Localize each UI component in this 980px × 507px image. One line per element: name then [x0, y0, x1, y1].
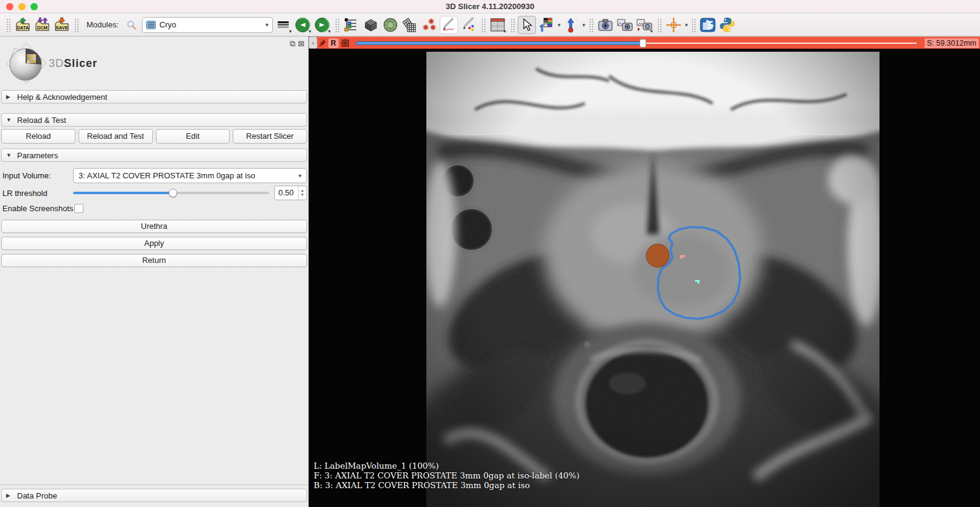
volumes-module-button[interactable] — [362, 16, 380, 34]
slice-slider-rest — [643, 43, 916, 44]
pin-icon[interactable] — [319, 39, 326, 47]
toolbar-drag-handle — [691, 18, 696, 32]
lr-threshold-spinbox[interactable]: 0.50 ▲ ▼ — [274, 186, 307, 200]
slice-menu-icon[interactable] — [340, 38, 350, 48]
svg-text:SAVE: SAVE — [55, 25, 68, 30]
load-data-icon: DATA — [15, 16, 31, 33]
apply-button[interactable]: Apply — [1, 237, 307, 250]
restart-slicer-button[interactable]: Restart Slicer — [233, 129, 307, 144]
data-module-button[interactable] — [342, 16, 361, 34]
section-help-acknowledgement[interactable]: ▶ Help & Acknowledgement — [1, 90, 307, 103]
slicer-logo-row: 3DSlicer — [0, 37, 308, 90]
slider-fill — [73, 192, 173, 194]
scene-view-restore-button[interactable]: ▾ — [635, 16, 654, 34]
chevron-down-icon: ▾ — [309, 29, 311, 34]
section-parameters[interactable]: ▼ Parameters — [1, 149, 307, 162]
return-button[interactable]: Return — [1, 254, 307, 267]
place-point-button[interactable] — [562, 16, 580, 34]
close-panel-icon[interactable]: ⊠ — [298, 39, 305, 49]
slice-controller-collapse-button[interactable]: ‹ — [309, 37, 317, 49]
enable-screenshots-row: Enable Screenshots — [1, 204, 307, 213]
slice-slider-fill — [356, 41, 643, 45]
reload-button[interactable]: Reload — [1, 129, 76, 144]
slice-canvas[interactable]: L: LabelMapVolume_1 (100%) F: 3: AXIAL T… — [309, 49, 980, 507]
spin-up-icon[interactable]: ▲ — [301, 189, 305, 193]
load-data-button[interactable]: DATA — [13, 16, 32, 34]
module-forward-button[interactable]: ▾ — [313, 16, 331, 34]
crosshair-icon — [665, 16, 682, 33]
extensions-manager-button[interactable] — [699, 16, 717, 34]
mri-image — [426, 52, 880, 507]
window-title: 3D Slicer 4.11.20200930 — [0, 2, 980, 11]
expanded-arrow-icon: ▼ — [6, 117, 12, 123]
layout-selector-button[interactable]: ▾ — [488, 16, 507, 34]
input-volume-label: Input Volume: — [1, 171, 73, 180]
input-volume-combobox[interactable]: 3: AXIAL T2 COVER PROSTATE 3mm 0gap at i… — [73, 168, 307, 183]
toolbar-drag-handle — [5, 18, 10, 32]
section-reload-test[interactable]: ▼ Reload & Test — [1, 113, 307, 127]
data-probe-container: ▶ Data Probe — [0, 484, 308, 507]
annotation-ruler-icon — [460, 17, 476, 32]
window-level-adjust-button[interactable] — [537, 16, 555, 34]
main-area: ⧉ ⊠ — [0, 37, 980, 507]
chevron-down-icon[interactable]: ▾ — [582, 22, 585, 28]
save-icon: SAVE — [54, 16, 70, 33]
orientation-badge[interactable]: R — [328, 38, 339, 48]
module-icon — [146, 21, 156, 29]
markups-module-button[interactable] — [420, 16, 439, 34]
enable-screenshots-checkbox[interactable] — [74, 204, 83, 213]
toolbar-drag-handle — [334, 18, 339, 32]
mouse-interaction-button[interactable] — [518, 16, 536, 34]
module-search-button[interactable] — [122, 16, 141, 34]
slice-slider-thumb[interactable] — [640, 39, 646, 47]
dicom-icon: DCM — [34, 16, 51, 33]
toolbar-drag-handle — [74, 18, 79, 32]
transforms-module-button[interactable] — [401, 16, 419, 34]
urethra-button[interactable]: Urethra — [1, 220, 307, 233]
section-title: Parameters — [17, 151, 58, 160]
undock-panel-icon[interactable]: ⧉ — [290, 39, 295, 49]
lr-threshold-slider[interactable] — [73, 187, 269, 198]
corner-annotation-l: L: LabelMapVolume_1 (100%) — [314, 461, 580, 470]
annotations-button[interactable] — [440, 16, 458, 34]
markups-fiducial-icon — [421, 17, 437, 33]
section-title: Data Probe — [17, 491, 57, 500]
wordmark-slicer: Slicer — [64, 57, 97, 69]
chevron-down-icon: ▾ — [289, 29, 292, 34]
chevron-down-icon[interactable]: ▾ — [558, 22, 561, 28]
python-console-button[interactable] — [718, 16, 736, 34]
mouse-pointer-icon — [520, 18, 534, 32]
panel-window-icons: ⧉ ⊠ — [290, 39, 305, 49]
section-data-probe[interactable]: ▶ Data Probe — [1, 489, 307, 502]
scene-view-camera-icon — [616, 18, 633, 32]
dicom-button[interactable]: DCM — [33, 16, 51, 34]
section-title: Reload & Test — [17, 116, 66, 125]
module-back-button[interactable]: ▾ — [294, 16, 312, 34]
reload-button-row: Reload Reload and Test Edit Restart Slic… — [1, 129, 307, 144]
toolbar-drag-handle — [481, 18, 485, 32]
edit-button[interactable]: Edit — [156, 129, 230, 144]
annotations-ruler-button[interactable] — [459, 16, 478, 34]
chevron-down-icon[interactable]: ▾ — [685, 22, 688, 28]
red-slice-view: ‹ R S: 59.3012 — [309, 37, 980, 507]
spin-down-icon[interactable]: ▼ — [301, 193, 305, 197]
lr-threshold-row: LR threshold 0.50 ▲ ▼ — [1, 186, 307, 200]
scene-view-capture-button[interactable] — [616, 16, 634, 34]
chevron-down-icon: ▾ — [298, 172, 301, 179]
spinbox-arrows[interactable]: ▲ ▼ — [298, 186, 306, 200]
ablation-blob-overlay — [646, 244, 669, 267]
corner-annotation-f: F: 3: AXIAL T2 COVER PROSTATE 3mm 0gap a… — [314, 470, 580, 480]
module-history-button[interactable]: ▾ — [274, 16, 292, 34]
panel-spacer — [0, 269, 308, 484]
svg-text:DATA: DATA — [16, 25, 29, 30]
module-search-icon — [126, 19, 137, 30]
slice-offset-slider[interactable] — [356, 38, 919, 48]
crosshair-button[interactable] — [664, 16, 683, 34]
enable-screenshots-label: Enable Screenshots — [1, 204, 73, 213]
reload-and-test-button[interactable]: Reload and Test — [79, 129, 153, 144]
models-module-button[interactable] — [381, 16, 400, 34]
save-button[interactable]: SAVE — [52, 16, 71, 34]
screenshot-button[interactable] — [596, 16, 615, 34]
slider-thumb[interactable] — [169, 189, 177, 197]
module-selector-combobox[interactable]: Cryo ▾ — [142, 17, 273, 33]
